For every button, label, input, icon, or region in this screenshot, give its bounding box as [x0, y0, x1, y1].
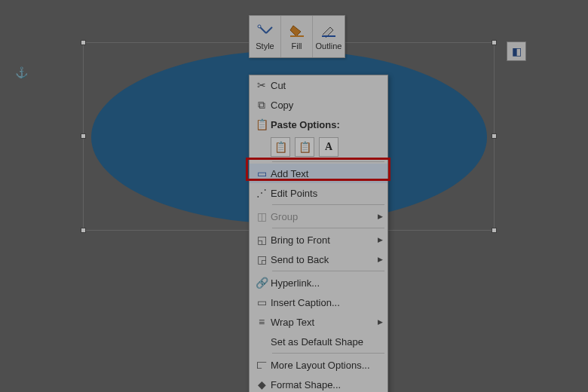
- layout-icon: ⫍: [253, 357, 271, 372]
- menu-wrap-text[interactable]: ≡ Wrap Text ▶: [250, 312, 387, 332]
- menu-wrap-text-label: Wrap Text: [271, 317, 378, 328]
- style-icon: [256, 23, 274, 39]
- fill-button[interactable]: Fill: [281, 16, 313, 57]
- submenu-arrow-icon: ▶: [378, 213, 383, 220]
- bring-front-icon: ◱: [253, 232, 271, 247]
- copy-icon: ⧉: [253, 97, 271, 112]
- blank-icon: [253, 334, 271, 349]
- paste-option-1[interactable]: 📋: [271, 137, 290, 157]
- caption-icon: ▭: [253, 295, 271, 310]
- separator: [272, 271, 384, 271]
- style-button[interactable]: Style: [250, 16, 281, 57]
- layout-options-icon: ◧: [512, 45, 522, 57]
- menu-format-shape[interactable]: ◆ Format Shape...: [250, 375, 387, 392]
- menu-hyperlink-label: Hyperlink...: [271, 277, 383, 289]
- menu-send-to-back-label: Send to Back: [271, 254, 378, 265]
- separator: [272, 161, 384, 162]
- add-text-icon: ▭: [253, 166, 271, 181]
- separator: [272, 228, 384, 228]
- resize-handle[interactable]: [81, 133, 86, 139]
- anchor-icon: ⚓: [15, 66, 28, 78]
- resize-handle[interactable]: [81, 40, 86, 45]
- menu-insert-caption[interactable]: ▭ Insert Caption...: [250, 292, 387, 312]
- svg-rect-2: [322, 35, 335, 37]
- submenu-arrow-icon: ▶: [378, 318, 383, 326]
- hyperlink-icon: 🔗: [253, 275, 271, 290]
- menu-set-default-label: Set as Default Shape: [271, 336, 383, 348]
- shape-context-menu: ✂ Cut ⧉ Copy 📋 Paste Options: 📋 📋 A ▭ Ad…: [249, 75, 388, 392]
- submenu-arrow-icon: ▶: [378, 236, 383, 243]
- separator: [272, 353, 384, 354]
- group-icon: ◫: [253, 209, 271, 224]
- separator: [272, 204, 384, 205]
- menu-group: ◫ Group ▶: [250, 207, 387, 226]
- menu-more-layout-label: More Layout Options...: [271, 360, 383, 371]
- format-shape-icon: ◆: [253, 377, 271, 392]
- edit-points-icon: ⋰: [253, 185, 271, 201]
- outline-button[interactable]: Outline: [313, 16, 345, 57]
- scissors-icon: ✂: [253, 78, 271, 93]
- menu-cut[interactable]: ✂ Cut: [250, 75, 387, 95]
- menu-group-label: Group: [271, 211, 378, 222]
- menu-hyperlink[interactable]: 🔗 Hyperlink...: [250, 273, 387, 292]
- menu-bring-to-front-label: Bring to Front: [271, 234, 378, 246]
- layout-options-button[interactable]: ◧: [507, 41, 526, 61]
- menu-paste-options-header: 📋 Paste Options:: [250, 115, 387, 134]
- wrap-text-icon: ≡: [253, 314, 271, 329]
- fill-label: Fill: [291, 41, 302, 51]
- menu-insert-caption-label: Insert Caption...: [271, 297, 383, 308]
- menu-send-to-back[interactable]: ◲ Send to Back ▶: [250, 250, 387, 269]
- svg-rect-1: [290, 35, 304, 37]
- paste-options-row: 📋 📋 A: [250, 134, 387, 160]
- outline-icon: [320, 23, 338, 39]
- paste-option-2[interactable]: 📋: [295, 137, 314, 157]
- fill-icon: [288, 23, 306, 39]
- menu-edit-points-label: Edit Points: [271, 188, 383, 199]
- menu-more-layout-options[interactable]: ⫍ More Layout Options...: [250, 355, 387, 375]
- menu-cut-label: Cut: [271, 80, 383, 91]
- send-back-icon: ◲: [253, 252, 271, 267]
- menu-copy-label: Copy: [271, 100, 383, 111]
- style-label: Style: [256, 41, 274, 51]
- resize-handle[interactable]: [492, 40, 497, 45]
- menu-format-shape-label: Format Shape...: [271, 379, 383, 390]
- resize-handle[interactable]: [81, 228, 86, 233]
- menu-edit-points[interactable]: ⋰ Edit Points: [250, 183, 387, 203]
- menu-paste-options-label: Paste Options:: [271, 119, 383, 130]
- resize-handle[interactable]: [492, 228, 497, 233]
- outline-label: Outline: [316, 41, 342, 51]
- menu-copy[interactable]: ⧉ Copy: [250, 95, 387, 115]
- mini-format-toolbar: Style Fill Outline: [249, 15, 345, 58]
- menu-add-text-label: Add Text: [271, 168, 383, 179]
- resize-handle[interactable]: [492, 133, 497, 139]
- menu-add-text[interactable]: ▭ Add Text: [250, 164, 387, 183]
- svg-point-0: [258, 25, 261, 28]
- menu-set-default-shape[interactable]: Set as Default Shape: [250, 332, 387, 351]
- paste-option-3[interactable]: A: [319, 137, 338, 157]
- menu-bring-to-front[interactable]: ◱ Bring to Front ▶: [250, 230, 387, 250]
- clipboard-icon: 📋: [253, 117, 271, 132]
- submenu-arrow-icon: ▶: [378, 256, 383, 263]
